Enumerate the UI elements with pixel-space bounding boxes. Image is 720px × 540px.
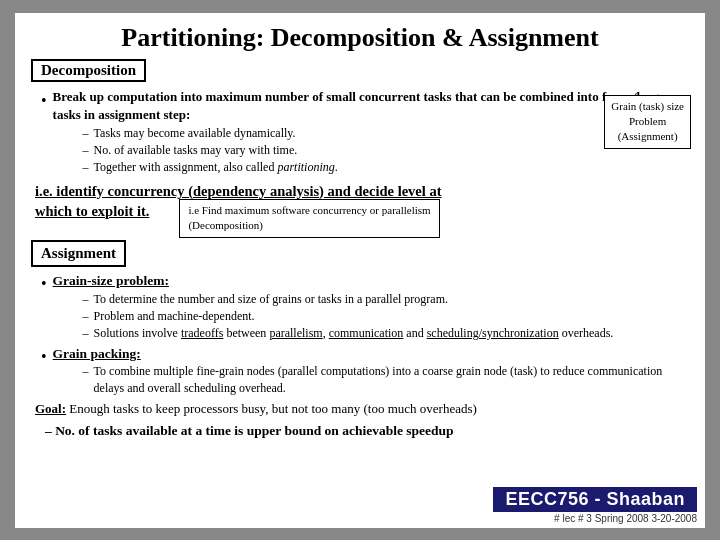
- bullet-dot-2: •: [41, 272, 47, 295]
- assignment-label: Assignment: [31, 240, 126, 268]
- grain-packing-subbullets: –To combine multiple fine-grain nodes (p…: [83, 363, 689, 397]
- grain-packing-title: Grain packing:: [53, 346, 141, 361]
- goal-label: Goal:: [35, 401, 66, 416]
- grain-packing-bullet: • Grain packing: –To combine multiple fi…: [41, 344, 689, 397]
- footer-main: EECC756 - Shaaban: [493, 487, 697, 512]
- decomposition-bullet: • Break up computation into maximum numb…: [41, 88, 689, 176]
- identify-line2: which to exploit it.: [35, 201, 149, 221]
- goal-text: Enough tasks to keep processors busy, bu…: [69, 401, 477, 416]
- assignment-section: Assignment • Grain-size problem: –To det…: [31, 240, 689, 397]
- grain-size-subbullets: –To determine the number and size of gra…: [83, 291, 614, 341]
- decomp-box: i.e Find maximum software concurrency or…: [179, 199, 439, 238]
- footer-sub: # lec # 3 Spring 2008 3-20-2008: [554, 513, 697, 524]
- goal-line: Goal: Enough tasks to keep processors bu…: [35, 400, 689, 419]
- footer: EECC756 - Shaaban # lec # 3 Spring 2008 …: [493, 487, 697, 524]
- slide-title: Partitioning: Decomposition & Assignment: [31, 23, 689, 53]
- sub-bullets-decomp: –Tasks may become available dynamically.…: [83, 125, 689, 175]
- bullet-dot: •: [41, 89, 47, 112]
- grain-size-title: Grain-size problem:: [53, 273, 169, 288]
- grain-box: Grain (task) size Problem (Assignment): [604, 95, 691, 149]
- identify-section: i.e. identify concurrency (dependency an…: [35, 181, 689, 238]
- bullet1-text: Break up computation into maximum number…: [53, 89, 671, 123]
- decomposition-label: Decomposition: [31, 59, 146, 82]
- grain-size-bullet: • Grain-size problem: –To determine the …: [41, 271, 689, 341]
- final-line: – No. of tasks available at a time is up…: [45, 421, 689, 441]
- bullet-dot-3: •: [41, 345, 47, 368]
- identify-line1: i.e. identify concurrency (dependency an…: [35, 181, 689, 201]
- slide: Partitioning: Decomposition & Assignment…: [15, 13, 705, 528]
